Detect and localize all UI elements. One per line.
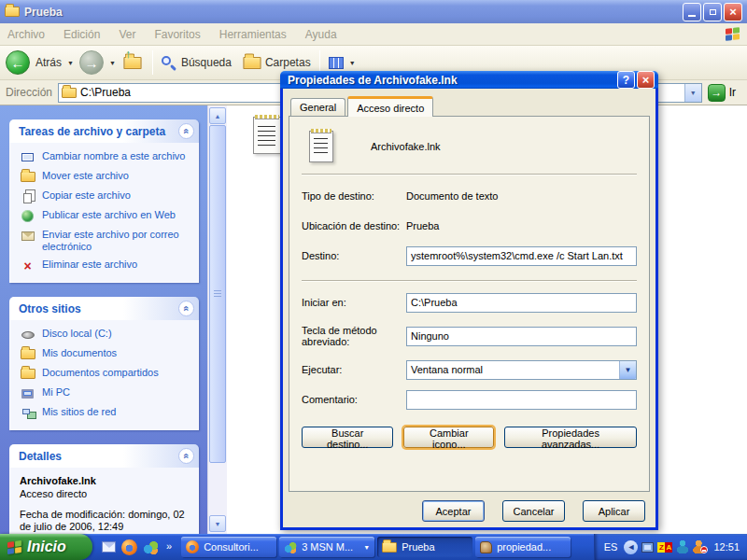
menu-edicion[interactable]: Edición	[63, 28, 100, 41]
back-button[interactable]: ←	[6, 50, 30, 75]
dialog-title-bar[interactable]: Propiedades de Archivofake.lnk ? ×	[280, 71, 658, 89]
shortcut-key-input[interactable]	[406, 327, 637, 346]
menu-herramientas[interactable]: Herramientas	[219, 28, 287, 41]
place-local-disk[interactable]: Disco local (C:)	[20, 328, 194, 342]
task-pane-sidebar: Tareas de archivo y carpeta « Cambiar no…	[0, 105, 207, 534]
mail-icon	[21, 231, 35, 241]
taskbar-button-prueba[interactable]: Prueba	[377, 537, 472, 557]
search-icon[interactable]	[162, 56, 176, 70]
folders-icon[interactable]	[243, 56, 261, 68]
tab-general[interactable]: General	[290, 98, 345, 116]
task-move[interactable]: Mover este archivo	[20, 170, 194, 184]
panel-file-tasks: Tareas de archivo y carpeta « Cambiar no…	[9, 119, 199, 283]
scroll-down-icon[interactable]: ▼	[209, 515, 226, 532]
panel-details: Detalles « Archivofake.lnk Acceso direct…	[9, 444, 199, 534]
firefox-icon	[186, 540, 199, 553]
messenger-online-icon[interactable]	[676, 540, 689, 553]
back-dropdown-icon[interactable]: ▼	[67, 60, 74, 66]
move-icon	[21, 172, 35, 182]
properties-window-icon	[480, 541, 492, 553]
scroll-up-icon[interactable]: ▲	[209, 107, 226, 124]
panel-file-tasks-header[interactable]: Tareas de archivo y carpeta «	[9, 119, 199, 143]
run-label: Ejecutar:	[302, 364, 406, 375]
comment-label: Comentario:	[302, 394, 406, 405]
target-location-label: Ubicación de destino:	[302, 220, 406, 231]
comment-input[interactable]	[406, 390, 637, 410]
dialog-title: Propiedades de Archivofake.lnk	[288, 74, 615, 87]
change-icon-button[interactable]: Cambiar icono...	[403, 427, 494, 448]
views-dropdown-icon[interactable]: ▼	[349, 60, 356, 66]
place-my-documents[interactable]: Mis documentos	[20, 347, 194, 361]
messenger-busy-icon[interactable]	[693, 540, 706, 553]
ok-button[interactable]: Aceptar	[422, 500, 485, 522]
minimize-button[interactable]	[683, 3, 701, 21]
restore-button[interactable]	[703, 3, 722, 21]
task-publish-web[interactable]: Publicar este archivo en Web	[20, 209, 194, 223]
menu-favoritos[interactable]: Favoritos	[154, 28, 200, 41]
shared-documents-icon	[21, 369, 35, 379]
address-dropdown-button[interactable]: ▼	[684, 84, 701, 102]
zonealarm-icon[interactable]: ZA	[657, 542, 672, 553]
dialog-close-button[interactable]: ×	[637, 71, 655, 89]
tab-acceso-directo[interactable]: Acceso directo	[347, 96, 433, 117]
cancel-button[interactable]: Cancelar	[502, 500, 565, 522]
taskbar-button-consultori[interactable]: Consultori...	[181, 537, 276, 557]
language-indicator[interactable]: ES	[604, 541, 618, 553]
up-folder-button[interactable]: ↑	[121, 52, 144, 73]
views-icon[interactable]	[329, 57, 344, 69]
sidebar-scrollbar[interactable]: ▲ ▼	[207, 105, 227, 534]
task-copy[interactable]: Copiar este archivo	[20, 189, 194, 203]
taskbar-button-msn-group[interactable]: 3 MSN M... ▼	[279, 537, 374, 557]
forward-button[interactable]: →	[79, 50, 104, 75]
firefox-icon[interactable]	[121, 539, 137, 555]
task-email[interactable]: Enviar este archivo por correo electróni…	[20, 229, 194, 253]
task-delete[interactable]: × Eliminar este archivo	[20, 259, 194, 273]
search-label[interactable]: Búsqueda	[181, 56, 232, 69]
shortcut-file-icon	[309, 131, 333, 162]
menu-archivo[interactable]: Archivo	[7, 28, 45, 41]
network-icon	[22, 409, 30, 414]
clock[interactable]: 12:51	[713, 541, 740, 553]
start-label: Inicio	[27, 539, 66, 555]
target-input[interactable]	[406, 246, 637, 266]
start-in-input[interactable]	[406, 293, 637, 313]
run-select[interactable]: Ventana normal ▼	[406, 360, 637, 380]
quick-launch-overflow-icon[interactable]: »	[166, 539, 172, 553]
close-button[interactable]: ×	[724, 3, 742, 21]
scrollbar-thumb[interactable]	[209, 125, 226, 463]
taskbar-button-propiedades[interactable]: propiedad...	[475, 537, 571, 557]
find-target-button[interactable]: Buscar destino...	[302, 427, 393, 448]
start-button[interactable]: Inicio	[0, 534, 92, 560]
msn-messenger-icon[interactable]	[143, 540, 159, 554]
panel-title: Detalles	[19, 450, 62, 463]
place-shared-documents[interactable]: Documentos compartidos	[20, 367, 194, 381]
place-my-pc[interactable]: Mi PC	[20, 386, 194, 400]
outlook-express-icon[interactable]	[102, 541, 116, 553]
display-tray-icon[interactable]	[641, 542, 654, 553]
dialog-help-button[interactable]: ?	[617, 71, 635, 89]
rename-icon	[21, 153, 34, 161]
hide-icons-chevron-icon[interactable]: ◄	[624, 540, 638, 554]
collapse-chevron-icon[interactable]: «	[178, 123, 194, 139]
back-label[interactable]: Atrás	[35, 56, 62, 69]
taskbar: Inicio » Consultori... 3 MSN M... ▼ Prue…	[0, 534, 747, 560]
chevron-down-icon[interactable]: ▼	[619, 361, 636, 379]
advanced-properties-button[interactable]: Propiedades avanzadas...	[504, 427, 637, 448]
menu-ayuda[interactable]: Ayuda	[305, 28, 337, 41]
place-network[interactable]: Mis sitios de red	[20, 406, 194, 420]
menu-ver[interactable]: Ver	[119, 28, 135, 41]
dialog-tabs: General Acceso directo	[289, 96, 650, 116]
task-rename[interactable]: Cambiar nombre a este archivo	[20, 150, 194, 164]
folders-label[interactable]: Carpetas	[265, 56, 311, 69]
apply-button[interactable]: Aplicar	[583, 500, 645, 522]
panel-other-places-header[interactable]: Otros sitios «	[9, 297, 199, 320]
panel-details-header[interactable]: Detalles «	[9, 444, 199, 468]
collapse-chevron-icon[interactable]: «	[178, 301, 194, 316]
forward-dropdown-icon[interactable]: ▼	[109, 60, 116, 66]
title-bar[interactable]: Prueba ×	[0, 0, 747, 23]
go-button[interactable]: → Ir	[708, 84, 736, 102]
collapse-chevron-icon[interactable]: «	[178, 448, 194, 464]
panel-title: Otros sitios	[19, 302, 81, 315]
file-icon-archivofake[interactable]	[253, 117, 281, 154]
system-tray: ES ◄ ZA 12:51	[594, 534, 747, 560]
